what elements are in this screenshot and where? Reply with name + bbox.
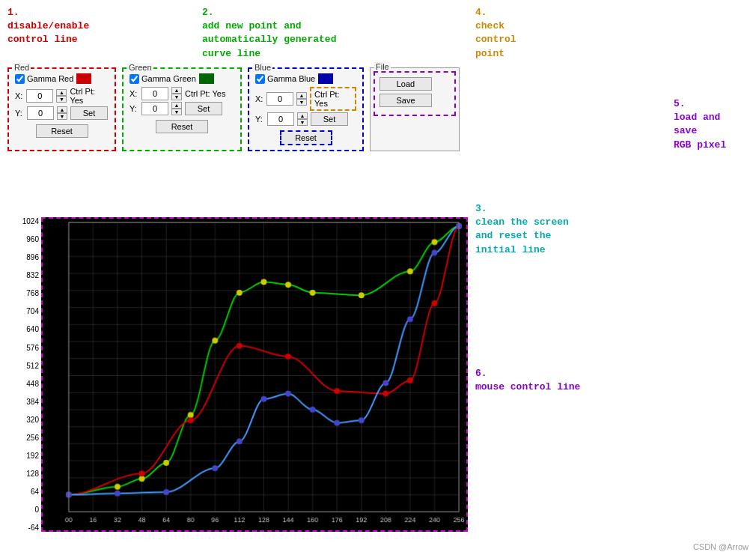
red-panel: Red Gamma Red X: ▲ ▼ Ctrl Pt: Yes Y: xyxy=(7,67,116,151)
panels-row: Red Gamma Red X: ▲ ▼ Ctrl Pt: Yes Y: xyxy=(7,67,460,151)
blue-x-input[interactable] xyxy=(266,92,293,106)
red-y-down[interactable]: ▼ xyxy=(57,113,67,120)
blue-y-up[interactable]: ▲ xyxy=(297,112,308,119)
red-reset-button[interactable]: Reset xyxy=(36,124,88,138)
blue-reset-button[interactable]: Reset xyxy=(280,130,332,145)
red-swatch xyxy=(76,73,91,84)
annotation-3: 3. clean the screen and reset the initia… xyxy=(475,202,569,257)
red-x-spinner[interactable]: ▲ ▼ xyxy=(56,89,67,103)
blue-x-down[interactable]: ▼ xyxy=(296,99,307,106)
green-x-input[interactable] xyxy=(141,87,168,100)
red-x-down[interactable]: ▼ xyxy=(56,96,67,103)
blue-x-spinner[interactable]: ▲ ▼ xyxy=(296,92,307,106)
green-ctrl-pt: Ctrl Pt: Yes xyxy=(185,89,225,98)
red-y-input[interactable] xyxy=(27,106,54,120)
green-swatch xyxy=(199,73,214,84)
green-x-down[interactable]: ▼ xyxy=(171,94,182,100)
gamma-red-checkbox-label[interactable]: Gamma Red xyxy=(15,74,73,84)
save-button[interactable]: Save xyxy=(379,94,432,107)
annotation-5: 5. load and save RGB pixel xyxy=(674,97,726,152)
green-reset-button[interactable]: Reset xyxy=(156,120,208,133)
file-panel-inner: Load Save xyxy=(374,71,456,116)
annotation-1: 1. disable/enable control line xyxy=(7,6,89,47)
red-x-input[interactable] xyxy=(26,89,53,103)
chart-canvas[interactable] xyxy=(43,219,466,530)
annotation-6: 6. mouse control line xyxy=(475,367,580,394)
file-panel-label: File xyxy=(374,62,391,71)
y-axis-labels: -64 0 64 128 192 256 320 384 448 512 576… xyxy=(7,217,39,532)
annotation-2: 2. add new point and automatically gener… xyxy=(202,6,336,61)
green-y-down[interactable]: ▼ xyxy=(171,109,182,115)
gamma-blue-checkbox[interactable] xyxy=(255,74,265,84)
green-y-input[interactable] xyxy=(141,102,168,115)
blue-y-input[interactable] xyxy=(267,112,294,126)
red-x-up[interactable]: ▲ xyxy=(56,89,67,96)
red-y-spinner[interactable]: ▲ ▼ xyxy=(57,106,67,120)
blue-panel-label: Blue xyxy=(253,63,272,72)
blue-set-button[interactable]: Set xyxy=(311,112,348,126)
gamma-red-checkbox[interactable] xyxy=(15,74,25,84)
green-y-up[interactable]: ▲ xyxy=(171,102,182,109)
green-set-button[interactable]: Set xyxy=(185,102,222,115)
annotation-4: 4. check control point xyxy=(475,6,516,61)
blue-y-down[interactable]: ▼ xyxy=(297,119,308,126)
blue-y-spinner[interactable]: ▲ ▼ xyxy=(297,112,308,126)
main-container: 1. disable/enable control line 2. add ne… xyxy=(0,0,756,555)
blue-x-up[interactable]: ▲ xyxy=(296,92,307,99)
red-ctrl-pt: Ctrl Pt: Yes xyxy=(70,87,109,105)
green-panel: Green Gamma Green X: ▲ ▼ Ctrl Pt: Yes Y: xyxy=(122,67,242,151)
load-button[interactable]: Load xyxy=(379,77,432,91)
watermark: CSDN @Arrow xyxy=(693,542,749,551)
red-y-up[interactable]: ▲ xyxy=(57,106,67,113)
red-set-button[interactable]: Set xyxy=(70,106,108,120)
blue-ctrl-pt: Ctrl Pt: Yes xyxy=(310,87,356,111)
green-x-up[interactable]: ▲ xyxy=(171,87,182,94)
chart-container[interactable] xyxy=(41,217,468,532)
green-y-spinner[interactable]: ▲ ▼ xyxy=(171,102,182,115)
blue-panel: Blue Gamma Blue X: ▲ ▼ Ctrl Pt: Yes Y: xyxy=(248,67,364,151)
file-panel: File Load Save xyxy=(370,67,460,151)
gamma-blue-checkbox-label[interactable]: Gamma Blue xyxy=(255,74,315,84)
green-panel-label: Green xyxy=(127,63,153,72)
green-x-spinner[interactable]: ▲ ▼ xyxy=(171,87,182,100)
red-panel-label: Red xyxy=(13,63,31,72)
blue-swatch xyxy=(318,73,333,84)
gamma-green-checkbox[interactable] xyxy=(129,74,139,84)
gamma-green-checkbox-label[interactable]: Gamma Green xyxy=(129,74,196,84)
